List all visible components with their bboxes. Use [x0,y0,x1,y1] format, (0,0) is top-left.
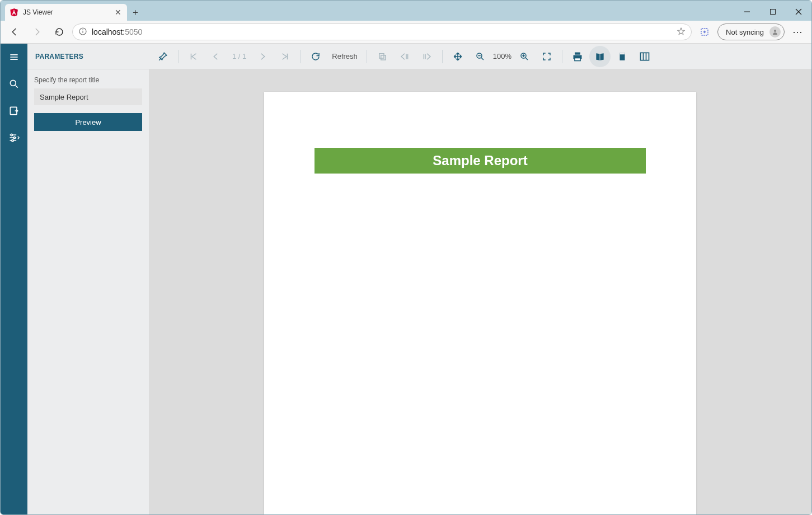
nav-back-button[interactable] [5,22,24,41]
maximize-button[interactable] [760,3,786,21]
svg-line-38 [481,58,484,60]
app-root: PARAMETERS Specify the report title Prev… [1,44,811,514]
url-text: localhost:5050 [92,27,142,36]
svg-rect-49 [620,53,625,54]
pan-icon[interactable] [447,46,468,67]
print-icon[interactable] [567,46,588,67]
parameters-panel: PARAMETERS Specify the report title Prev… [27,44,149,514]
toolbar: 1 / 1 Refresh 100% [149,44,811,69]
zoom-in-icon[interactable] [514,46,535,67]
report-page: Sample Report [264,92,696,514]
svg-point-23 [13,137,15,138]
sidebar [1,44,27,514]
sliders-icon[interactable] [1,124,27,151]
svg-line-18 [16,86,18,88]
fullscreen-icon[interactable] [536,46,557,67]
prev-page-icon[interactable] [205,46,227,67]
export-icon[interactable] [1,97,27,124]
toolbar-separator [562,50,562,63]
page-indicator: 1 / 1 [228,52,251,60]
pin-icon[interactable] [152,46,173,67]
toolbar-separator [367,50,367,63]
profile-avatar-icon [769,26,781,38]
url-field[interactable]: localhost:5050 [72,24,692,40]
sync-label: Not syncing [726,28,764,36]
report-title-box: Sample Report [315,148,646,174]
svg-line-41 [525,58,528,60]
info-icon [78,27,87,38]
zoom-out-icon[interactable] [470,46,491,67]
svg-rect-29 [379,53,384,58]
continuous-page-icon[interactable] [612,46,633,67]
toolbar-separator [300,50,301,63]
browser-menu-button[interactable]: ⋯ [788,22,807,41]
svg-marker-9 [678,28,684,34]
zoom-level: 100% [492,52,513,60]
minimize-button[interactable] [734,3,760,21]
toolbar-separator [442,50,443,63]
browser-window: JS Viewer ✕ ＋ localhost:5050 Not syncing… [0,0,812,515]
nav-refresh-button[interactable] [50,22,69,41]
parameters-body: Specify the report title Preview [27,69,149,138]
angular-favicon [10,8,18,17]
tab-close-icon[interactable]: ✕ [115,8,121,17]
sync-button[interactable]: Not syncing [717,24,785,40]
parameters-title: PARAMETERS [35,53,83,60]
new-tab-button[interactable]: ＋ [127,4,144,21]
favorite-icon[interactable] [677,27,686,38]
collections-icon[interactable] [695,22,714,41]
svg-rect-30 [381,55,386,59]
refresh-icon[interactable] [305,46,326,67]
last-page-icon[interactable] [274,46,295,67]
title-bar: JS Viewer ✕ ＋ [1,1,811,21]
preview-button[interactable]: Preview [34,113,142,131]
history-back-icon[interactable] [394,46,415,67]
svg-point-13 [774,30,776,32]
window-controls [734,3,811,21]
param-label: Specify the report title [34,76,142,84]
parameters-header: PARAMETERS [27,44,149,69]
svg-point-25 [12,139,13,141]
svg-rect-3 [771,10,776,15]
browser-tab[interactable]: JS Viewer ✕ [5,4,127,21]
toolbar-separator [178,50,179,63]
hamburger-menu-icon[interactable] [1,44,27,71]
svg-point-8 [83,30,83,30]
canvas-area[interactable]: Sample Report [149,69,811,514]
refresh-label[interactable]: Refresh [327,52,362,60]
svg-rect-44 [575,52,580,54]
search-icon[interactable] [1,71,27,97]
history-forward-icon[interactable] [416,46,438,67]
first-page-icon[interactable] [183,46,204,67]
viewer: 1 / 1 Refresh 100% [149,44,811,514]
svg-point-21 [11,134,12,135]
nav-forward-button[interactable] [27,22,46,41]
svg-rect-46 [575,58,580,60]
address-bar: localhost:5050 Not syncing ⋯ [1,21,811,44]
next-page-icon[interactable] [252,46,273,67]
cancel-icon[interactable] [372,46,393,67]
svg-point-17 [10,80,16,86]
tab-title: JS Viewer [23,8,110,16]
close-window-button[interactable] [786,3,811,21]
report-title-input[interactable] [34,88,142,105]
gallery-mode-icon[interactable] [634,46,655,67]
svg-rect-50 [641,53,649,60]
single-page-icon[interactable] [589,46,611,67]
